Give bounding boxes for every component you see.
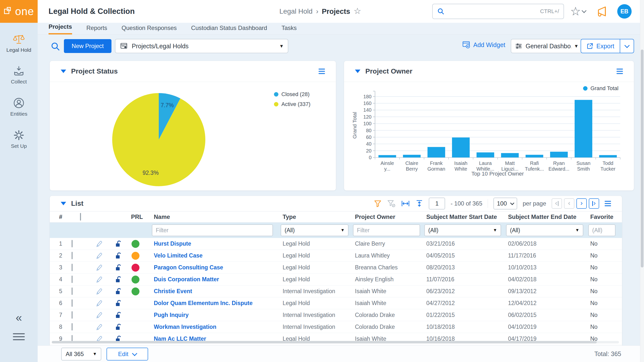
tab-reports[interactable]: Reports [86, 24, 107, 34]
sidebar-collapse-button[interactable]: « [0, 313, 38, 322]
new-project-button[interactable]: New Project [64, 39, 112, 53]
page-number-input[interactable] [429, 198, 445, 209]
select-all-checkbox[interactable] [72, 213, 90, 220]
column-header-owner[interactable]: Project Owner [353, 213, 424, 220]
bar-3[interactable] [452, 137, 470, 157]
row-checkbox[interactable] [72, 264, 90, 271]
first-page-button[interactable]: ‹ [552, 198, 562, 209]
previous-page-button[interactable]: ‹ [564, 198, 574, 209]
export-button[interactable]: Export [581, 39, 620, 53]
sidebar-menu-button[interactable] [13, 331, 25, 342]
row-checkbox[interactable] [72, 288, 90, 295]
list-search-button[interactable] [50, 42, 60, 52]
column-header-prl[interactable]: PRL [129, 213, 152, 220]
fit-row-height-button[interactable] [416, 200, 423, 208]
horizontal-scrollbar[interactable] [52, 341, 619, 344]
bar-6[interactable] [526, 155, 543, 157]
edit-button[interactable]: Edit [106, 348, 148, 361]
project-name-link[interactable]: Pugh Inquiry [152, 312, 281, 319]
sidebar-item-legal-hold[interactable]: Legal Hold [0, 34, 38, 53]
row-edit-button[interactable] [90, 240, 108, 248]
start-date-filter-select[interactable]: (All)▼ [424, 224, 501, 236]
row-edit-button[interactable] [90, 264, 108, 271]
tab-projects[interactable]: Projects [48, 23, 72, 34]
list-menu-icon[interactable] [604, 200, 611, 208]
widget-menu-icon[interactable] [318, 67, 325, 75]
selection-scope-select[interactable]: All 365 ▼ [61, 348, 101, 361]
next-page-button[interactable]: › [576, 198, 587, 209]
tab-tasks[interactable]: Tasks [282, 24, 296, 34]
row-edit-button[interactable] [90, 288, 108, 295]
per-page-select[interactable]: 100 [494, 198, 517, 209]
bar-7[interactable] [550, 152, 568, 157]
view-selector[interactable]: Projects/Legal Holds ▾ [115, 39, 288, 53]
bar-4[interactable] [476, 153, 494, 158]
owner-filter-input[interactable] [353, 224, 420, 236]
filter-button[interactable] [374, 200, 382, 208]
pie-slice-active[interactable] [112, 93, 205, 186]
row-checkbox[interactable] [72, 312, 90, 319]
type-filter-select[interactable]: (All)▼ [281, 224, 348, 236]
row-lock-button[interactable] [108, 240, 129, 248]
legend-item-closed[interactable]: Closed (28) [274, 91, 310, 97]
column-header-end-date[interactable]: Subject Matter End Date [506, 213, 588, 220]
global-search[interactable]: CTRL+/ [432, 4, 564, 19]
page-scrollbar[interactable] [640, 0, 644, 362]
breadcrumb-parent[interactable]: Legal Hold [280, 7, 312, 15]
bar-0[interactable] [378, 155, 396, 157]
collapse-list-icon[interactable] [61, 202, 66, 205]
row-edit-button[interactable] [90, 252, 108, 260]
favorites-menu[interactable]: ☆ [570, 4, 586, 18]
project-name-link[interactable]: Hurst Dispute [152, 240, 281, 247]
favorite-filter-select[interactable]: (All) [588, 224, 616, 236]
export-options-button[interactable] [620, 39, 634, 53]
dashboard-selector[interactable]: General Dashbo... ▾ [511, 39, 582, 53]
row-lock-button[interactable] [108, 300, 129, 307]
column-header-name[interactable]: Name [152, 213, 281, 220]
row-edit-button[interactable] [90, 300, 108, 307]
bar-2[interactable] [428, 147, 445, 157]
column-header-type[interactable]: Type [281, 213, 353, 220]
project-owner-bar-chart[interactable]: 020406080100120140160180Ainsley...Claire… [352, 90, 626, 177]
bar-9[interactable] [599, 155, 617, 157]
tab-question-responses[interactable]: Question Responses [122, 24, 177, 34]
clear-filter-button[interactable] [387, 200, 396, 208]
widget-menu-icon[interactable] [616, 67, 623, 75]
last-page-button[interactable]: › [589, 198, 599, 209]
tab-custodian-status-dashboard[interactable]: Custodian Status Dashboard [191, 24, 267, 34]
project-name-link[interactable]: Velo Limited Case [152, 252, 281, 259]
row-lock-button[interactable] [108, 252, 129, 260]
project-name-link[interactable]: Dolor Quam Elementum Inc. Dispute [152, 300, 281, 307]
column-header-favorite[interactable]: Favorite [588, 213, 622, 220]
name-filter-input[interactable] [152, 224, 273, 236]
avatar[interactable]: EB [617, 4, 632, 18]
row-lock-button[interactable] [108, 264, 129, 271]
row-checkbox[interactable] [72, 252, 90, 259]
fit-column-width-button[interactable] [401, 200, 410, 207]
column-header-start-date[interactable]: Subject Matter Start Date [424, 213, 506, 220]
bar-1[interactable] [403, 155, 420, 157]
row-checkbox[interactable] [72, 324, 90, 330]
end-date-filter-select[interactable]: (All)▼ [506, 224, 583, 236]
project-name-link[interactable]: Duis Corporation Matter [152, 276, 281, 283]
row-edit-button[interactable] [90, 276, 108, 283]
sidebar-item-set-up[interactable]: Set Up [0, 130, 38, 149]
row-checkbox[interactable] [72, 276, 90, 283]
row-edit-button[interactable] [90, 312, 108, 319]
row-checkbox[interactable] [72, 240, 90, 247]
column-header-num[interactable]: # [50, 213, 72, 220]
global-search-input[interactable] [444, 8, 540, 15]
bar-5[interactable] [501, 153, 519, 157]
project-name-link[interactable]: Workman Investigation [152, 324, 281, 330]
app-logo[interactable]: one [0, 0, 38, 23]
row-edit-button[interactable] [90, 323, 108, 331]
add-widget-button[interactable]: Add Widget [462, 41, 505, 48]
announcements-button[interactable] [595, 5, 608, 19]
project-name-link[interactable]: Paragon Consulting Case [152, 264, 281, 271]
favorite-star-icon[interactable]: ☆ [354, 6, 361, 16]
project-name-link[interactable]: Christie Event [152, 288, 281, 295]
row-checkbox[interactable] [72, 300, 90, 307]
collapse-widget-icon[interactable] [61, 70, 66, 73]
scrollbar-thumb[interactable] [641, 49, 644, 267]
legend-item-active[interactable]: Active (337) [274, 101, 310, 107]
